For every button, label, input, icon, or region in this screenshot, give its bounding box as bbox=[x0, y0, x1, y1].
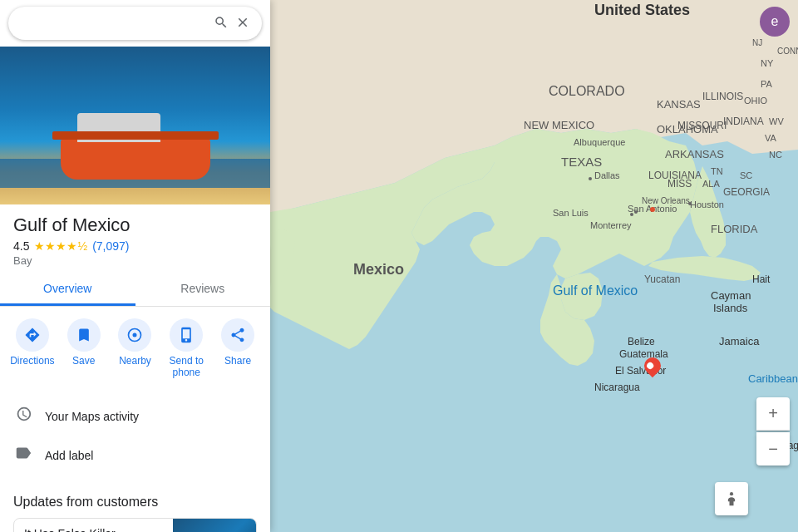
your-maps-activity-item[interactable]: Your Maps activity bbox=[0, 397, 270, 436]
directions-label: Directions bbox=[10, 355, 54, 367]
map-controls: + − bbox=[756, 397, 790, 466]
svg-text:Cayman: Cayman bbox=[711, 289, 751, 302]
share-button[interactable]: Share bbox=[215, 318, 261, 378]
svg-text:Belize: Belize bbox=[628, 336, 655, 347]
tabs: Overview Reviews bbox=[0, 273, 270, 307]
street-view-button[interactable] bbox=[715, 482, 748, 515]
svg-text:COLORADO: COLORADO bbox=[549, 84, 625, 98]
svg-text:Gulf of Mexico: Gulf of Mexico bbox=[553, 283, 638, 298]
location-pin[interactable] bbox=[644, 357, 661, 379]
svg-text:United States: United States bbox=[594, 2, 690, 18]
action-buttons: Directions Save Nearby Send tophone Shar… bbox=[0, 307, 270, 387]
left-panel: Gulf of Mexico Gulf of Mexico 4.5 ★★★★½ bbox=[0, 0, 270, 532]
svg-text:OHIO: OHIO bbox=[744, 96, 768, 106]
add-label-label: Add label bbox=[45, 449, 93, 462]
directions-button[interactable]: Directions bbox=[9, 318, 55, 378]
updates-section: Updates from customers It Has False Kill… bbox=[0, 485, 270, 532]
svg-text:TN: TN bbox=[711, 166, 723, 176]
svg-text:Mexico: Mexico bbox=[353, 261, 404, 278]
svg-point-51 bbox=[630, 213, 633, 216]
svg-text:ILLINOIS: ILLINOIS bbox=[702, 91, 743, 102]
svg-text:CONN: CONN bbox=[777, 47, 798, 56]
search-icon bbox=[214, 15, 229, 30]
pin-head bbox=[641, 354, 664, 377]
nearby-button[interactable]: Nearby bbox=[112, 318, 158, 378]
share-label: Share bbox=[224, 355, 251, 367]
search-bar: Gulf of Mexico bbox=[8, 7, 262, 40]
directions-icon bbox=[16, 318, 49, 352]
search-button[interactable] bbox=[210, 15, 232, 32]
map-svg: United States COLORADO NEW MEXICO TEXAS … bbox=[270, 0, 798, 532]
svg-point-48 bbox=[634, 210, 638, 214]
search-input[interactable]: Gulf of Mexico bbox=[17, 17, 210, 31]
send-to-phone-button[interactable]: Send tophone bbox=[164, 318, 209, 378]
svg-text:NY: NY bbox=[761, 58, 774, 68]
user-avatar[interactable]: e bbox=[760, 7, 790, 37]
svg-text:WV: WV bbox=[769, 116, 784, 126]
svg-text:ARKANSAS: ARKANSAS bbox=[665, 148, 724, 160]
your-maps-activity-label: Your Maps activity bbox=[45, 410, 139, 423]
svg-text:Jamaica: Jamaica bbox=[719, 335, 760, 347]
send-phone-label: Send tophone bbox=[170, 355, 204, 378]
clear-button[interactable] bbox=[232, 15, 254, 32]
place-info: Gulf of Mexico 4.5 ★★★★½ (7,097) Bay bbox=[0, 204, 270, 273]
send-phone-icon bbox=[170, 318, 203, 352]
svg-text:MISSOURI: MISSOURI bbox=[677, 120, 727, 131]
label-icon bbox=[13, 444, 33, 466]
place-name: Gulf of Mexico bbox=[13, 214, 257, 236]
place-type: Bay bbox=[13, 254, 257, 267]
stars: ★★★★½ bbox=[34, 239, 87, 253]
update-headline: It Has False Killer Whales? bbox=[24, 527, 163, 532]
svg-text:TEXAS: TEXAS bbox=[561, 155, 602, 169]
svg-text:Nicaragua: Nicaragua bbox=[594, 382, 640, 393]
svg-point-52 bbox=[730, 492, 733, 495]
zoom-in-button[interactable]: + bbox=[756, 397, 790, 431]
save-icon bbox=[67, 318, 101, 352]
svg-text:VA: VA bbox=[765, 133, 777, 143]
update-text: It Has False Killer Whales? 3 weeks ago bbox=[14, 519, 173, 532]
svg-text:Islands: Islands bbox=[713, 302, 748, 314]
nearby-icon bbox=[118, 318, 151, 352]
svg-point-50 bbox=[589, 177, 592, 180]
svg-text:GEORGIA: GEORGIA bbox=[723, 186, 770, 198]
svg-text:Houston: Houston bbox=[690, 200, 724, 209]
svg-point-47 bbox=[650, 207, 655, 212]
tab-overview[interactable]: Overview bbox=[0, 273, 135, 306]
activity-section: Your Maps activity Add label bbox=[0, 393, 270, 478]
svg-point-49 bbox=[688, 202, 692, 205]
update-card[interactable]: It Has False Killer Whales? 3 weeks ago bbox=[13, 518, 257, 532]
update-image bbox=[173, 519, 256, 532]
share-icon bbox=[221, 318, 254, 352]
tab-reviews[interactable]: Reviews bbox=[135, 273, 271, 306]
svg-text:KANSAS: KANSAS bbox=[657, 98, 701, 111]
map-area[interactable]: United States COLORADO NEW MEXICO TEXAS … bbox=[270, 0, 798, 532]
history-icon bbox=[13, 405, 33, 427]
svg-text:Yucatan: Yucatan bbox=[644, 273, 680, 285]
svg-text:LOUISIANA: LOUISIANA bbox=[648, 170, 702, 181]
nearby-label: Nearby bbox=[119, 355, 151, 367]
pin-dot bbox=[646, 361, 655, 370]
close-icon bbox=[235, 15, 250, 30]
updates-title: Updates from customers bbox=[13, 495, 257, 510]
save-button[interactable]: Save bbox=[61, 318, 106, 378]
svg-text:ALA: ALA bbox=[702, 179, 720, 189]
add-label-item[interactable]: Add label bbox=[0, 436, 270, 475]
svg-text:Albuquerque: Albuquerque bbox=[574, 137, 625, 147]
svg-text:San Luis: San Luis bbox=[553, 208, 589, 218]
svg-text:INDIANA: INDIANA bbox=[723, 116, 764, 127]
hero-image bbox=[0, 47, 270, 204]
svg-text:PA: PA bbox=[761, 79, 773, 89]
rating-row: 4.5 ★★★★½ (7,097) bbox=[13, 239, 257, 253]
svg-text:Caribbean Sea: Caribbean Sea bbox=[748, 372, 798, 385]
person-icon bbox=[723, 490, 740, 507]
svg-text:Monterrey: Monterrey bbox=[590, 220, 632, 230]
svg-text:SC: SC bbox=[740, 170, 752, 180]
svg-point-0 bbox=[133, 333, 137, 337]
svg-text:Dallas: Dallas bbox=[594, 170, 620, 180]
zoom-out-button[interactable]: − bbox=[756, 432, 790, 466]
svg-text:FLORIDA: FLORIDA bbox=[711, 223, 758, 235]
svg-text:Hait: Hait bbox=[752, 273, 771, 285]
save-label: Save bbox=[72, 355, 95, 367]
review-count[interactable]: (7,097) bbox=[92, 239, 129, 253]
svg-text:NEW MEXICO: NEW MEXICO bbox=[524, 119, 594, 131]
